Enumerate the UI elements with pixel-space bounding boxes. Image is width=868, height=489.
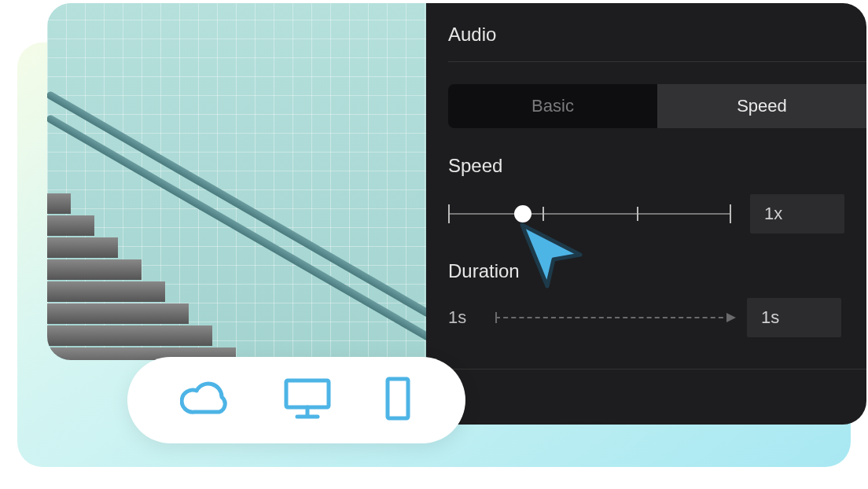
speed-slider[interactable] — [448, 213, 731, 215]
duration-label: Duration — [448, 260, 866, 282]
audio-panel: Audio Basic Speed Speed 1x Duration 1s 1… — [426, 3, 866, 425]
tab-speed[interactable]: Speed — [657, 84, 866, 128]
svg-rect-0 — [286, 381, 329, 407]
duration-range-indicator — [495, 317, 731, 318]
device-toolbar — [127, 357, 465, 443]
monitor-icon[interactable] — [281, 376, 333, 425]
cloud-icon[interactable] — [180, 379, 232, 421]
svg-rect-3 — [388, 379, 408, 418]
speed-label: Speed — [448, 155, 866, 177]
tabs: Basic Speed — [448, 84, 866, 128]
duration-value-input[interactable]: 1s — [747, 298, 841, 337]
speed-value-input[interactable]: 1x — [750, 194, 844, 233]
divider — [448, 369, 866, 370]
cursor-icon — [516, 220, 587, 291]
panel-title: Audio — [448, 24, 866, 61]
preview-thumbnail — [47, 3, 442, 360]
divider — [448, 61, 866, 62]
duration-from: 1s — [448, 307, 480, 328]
phone-icon[interactable] — [383, 376, 413, 425]
tab-basic[interactable]: Basic — [448, 84, 657, 128]
